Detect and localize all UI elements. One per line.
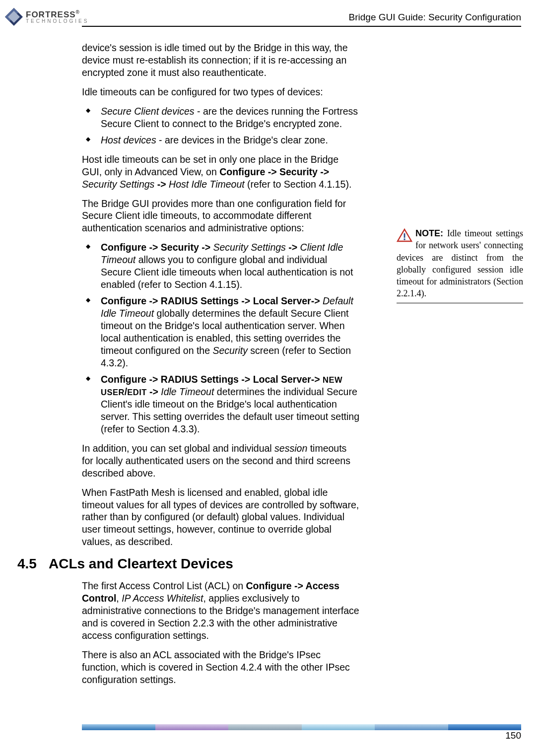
warning-info-icon	[397, 228, 412, 242]
note-text: Idle timeout settings for network users'…	[397, 228, 523, 298]
config-paths-list: Configure -> Security -> Security Settin…	[82, 241, 360, 435]
logo-mark-icon	[4, 7, 24, 27]
list-item: Configure -> RADIUS Settings -> Local Se…	[82, 295, 360, 369]
paragraph: There is also an ACL associated with the…	[82, 649, 360, 686]
note-label: NOTE:	[415, 228, 443, 238]
section-heading: 4.5 ACLs and Cleartext Devices	[17, 555, 360, 573]
device-types-list: Secure Client devices - are the devices …	[82, 105, 360, 146]
paragraph: Idle timeouts can be configured for two …	[82, 86, 360, 98]
logo-text: FORTRESS® TECHNOLOGIES	[26, 10, 89, 24]
list-item: Host devices - are devices in the Bridge…	[82, 134, 360, 146]
paragraph: When FastPath Mesh is licensed and enabl…	[82, 486, 360, 549]
section-number: 4.5	[17, 555, 37, 573]
logo: FORTRESS® TECHNOLOGIES	[4, 7, 89, 27]
paragraph: Host idle timeouts can be set in only on…	[82, 153, 360, 191]
list-item: Configure -> Security -> Security Settin…	[82, 241, 360, 291]
footer-color-bar	[82, 724, 521, 730]
svg-point-5	[404, 238, 406, 240]
paragraph: In addition, you can set global and indi…	[82, 442, 360, 480]
note-rule	[397, 303, 523, 303]
paragraph: The first Access Control List (ACL) on C…	[82, 580, 360, 642]
header-rule	[82, 26, 521, 27]
svg-rect-4	[404, 233, 406, 238]
paragraph: device's session is idle timed out by th…	[82, 42, 360, 79]
logo-brand: FORTRESS®	[26, 10, 89, 19]
list-item: Configure -> RADIUS Settings -> Local Se…	[82, 373, 360, 435]
logo-subtitle: TECHNOLOGIES	[26, 19, 89, 24]
page-number: 150	[505, 730, 521, 741]
header-breadcrumb: Bridge GUI Guide: Security Configuration	[349, 12, 521, 23]
sidebar-note: NOTE: Idle timeout settings for network …	[397, 227, 523, 303]
section-title: ACLs and Cleartext Devices	[49, 555, 233, 573]
list-item: Secure Client devices - are the devices …	[82, 105, 360, 130]
main-content: device's session is idle timed out by th…	[82, 42, 360, 693]
paragraph: The Bridge GUI provides more than one co…	[82, 198, 360, 235]
